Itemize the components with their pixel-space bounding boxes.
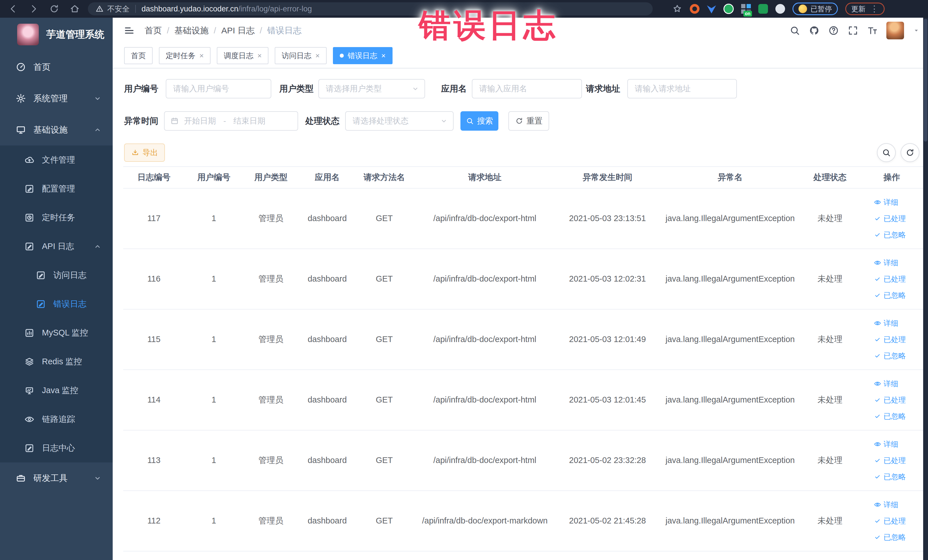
action-ignored-link[interactable]: 已忽略 [874, 230, 926, 240]
browser-reload-icon[interactable] [49, 4, 60, 14]
breadcrumb-item[interactable]: API 日志 [221, 25, 255, 37]
search-button[interactable]: 搜索 [461, 111, 498, 131]
sidebar-item-system[interactable]: 系统管理 [0, 83, 113, 114]
user-type-select[interactable]: 请选择用户类型 [318, 79, 425, 98]
cell-method: GET [356, 455, 413, 466]
scrollbar-thumb[interactable] [924, 19, 927, 142]
close-tab-icon[interactable]: × [315, 52, 319, 60]
sidebar-item-job[interactable]: 定时任务 [0, 203, 113, 232]
user-id-input[interactable] [166, 79, 271, 98]
help-icon[interactable] [828, 25, 839, 36]
close-tab-icon[interactable]: × [199, 52, 204, 60]
user-id-field[interactable] [166, 84, 271, 93]
cell-exception: java.lang.IllegalArgumentException [658, 516, 802, 526]
request-url-field[interactable] [628, 84, 736, 93]
user-menu-caret-icon[interactable] [913, 27, 920, 34]
refresh-table-button[interactable] [901, 143, 919, 162]
sidebar-item-java[interactable]: Java 监控 [0, 376, 113, 405]
not-secure-icon [95, 5, 104, 13]
address-bar[interactable]: 不安全 dashboard.yudao.iocoder.cn/infra/log… [88, 2, 653, 15]
sidebar-item-home[interactable]: 首页 [0, 51, 113, 83]
app-name-input[interactable] [472, 79, 582, 98]
search-button-icon [466, 117, 474, 125]
update-button[interactable]: 更新 ⋮ [845, 3, 885, 15]
browser-menu-icon[interactable]: ⋮ [870, 5, 879, 13]
action-ignored-link[interactable]: 已忽略 [874, 290, 926, 301]
tab-home[interactable]: 首页 [124, 47, 153, 64]
end-date-placeholder[interactable]: 结束日期 [234, 116, 265, 127]
action-detail-link[interactable]: 详细 [874, 500, 926, 510]
fullscreen-icon[interactable] [847, 25, 858, 36]
bookmark-star-icon[interactable] [672, 4, 682, 14]
extension-puzzle-icon[interactable] [758, 4, 768, 14]
action-processed-link[interactable]: 已处理 [874, 214, 926, 224]
action-ignored-link[interactable]: 已忽略 [874, 411, 926, 421]
sidebar-item-file[interactable]: 文件管理 [0, 145, 113, 174]
check-icon [874, 534, 881, 541]
action-ignored-link[interactable]: 已忽略 [874, 472, 926, 482]
breadcrumb-item[interactable]: 首页 [145, 25, 162, 37]
action-detail-link[interactable]: 详细 [874, 197, 926, 208]
browser-forward-icon[interactable] [29, 4, 39, 14]
action-detail-link[interactable]: 详细 [874, 258, 926, 268]
app-name-field[interactable] [472, 84, 582, 93]
action-detail-link[interactable]: 详细 [874, 439, 926, 449]
check-icon [874, 231, 881, 238]
page-scrollbar[interactable] [923, 18, 928, 560]
browser-back-icon[interactable] [8, 4, 18, 14]
column-header: 请求方法名 [356, 172, 413, 183]
sidebar-item-tracer[interactable]: 链路追踪 [0, 405, 113, 433]
extension-orange-icon[interactable] [690, 4, 699, 14]
sidebar-item-mysql[interactable]: MySQL 监控 [0, 318, 113, 347]
action-detail-link[interactable]: 详细 [874, 379, 926, 389]
tab-job[interactable]: 定时任务× [159, 47, 211, 64]
breadcrumb-item[interactable]: 基础设施 [174, 25, 209, 37]
paused-badge[interactable]: 已暂停 [792, 3, 838, 15]
app-logo[interactable]: 芋道管理系统 [0, 18, 113, 51]
collapse-sidebar-icon[interactable] [124, 25, 135, 36]
action-ignored-link[interactable]: 已忽略 [874, 533, 926, 542]
tags-view: 首页定时任务×调度日志×访问日志×错误日志× [113, 43, 928, 69]
browser-home-icon[interactable] [70, 4, 80, 14]
search-icon[interactable] [789, 25, 800, 36]
eye-icon [874, 319, 881, 327]
action-processed-link[interactable]: 已处理 [874, 456, 926, 465]
extension-blue-icon[interactable] [707, 4, 716, 14]
sidebar-item-dev-tool[interactable]: 研发工具 [0, 462, 113, 494]
request-url-input[interactable] [627, 79, 737, 98]
action-ignored-link[interactable]: 已忽略 [874, 351, 926, 361]
tab-job-log[interactable]: 调度日志× [217, 47, 269, 64]
close-tab-icon[interactable]: × [257, 52, 262, 60]
sidebar-item-api-log[interactable]: API 日志 [0, 232, 113, 261]
user-avatar[interactable] [886, 22, 904, 40]
font-size-icon[interactable] [867, 25, 878, 36]
process-status-placeholder: 请选择处理状态 [346, 116, 440, 127]
sidebar-item-infra[interactable]: 基础设施 [0, 114, 113, 145]
sidebar-item-log-center[interactable]: 日志中心 [0, 433, 113, 462]
sidebar-item-label: 研发工具 [34, 472, 68, 484]
sidebar-item-redis[interactable]: Redis 监控 [0, 347, 113, 376]
sidebar-item-access-log[interactable]: 访问日志 [0, 261, 113, 290]
sidebar-item-error-log[interactable]: 错误日志 [0, 290, 113, 318]
action-processed-link[interactable]: 已处理 [874, 274, 926, 284]
extensions-menu-icon[interactable] [775, 4, 785, 14]
reset-button[interactable]: 重置 [508, 111, 549, 131]
action-processed-link[interactable]: 已处理 [874, 516, 926, 526]
sidebar-item-config[interactable]: 配置管理 [0, 174, 113, 203]
extension-grid-icon[interactable]: on [741, 4, 751, 14]
close-tab-icon[interactable]: × [382, 52, 386, 60]
github-icon[interactable] [809, 25, 820, 36]
process-status-select[interactable]: 请选择处理状态 [345, 111, 453, 131]
tab-access-log[interactable]: 访问日志× [275, 47, 327, 64]
cell-id: 114 [123, 395, 185, 405]
export-button[interactable]: 导出 [124, 143, 165, 162]
start-date-placeholder[interactable]: 开始日期 [184, 116, 216, 127]
tab-error-log[interactable]: 错误日志× [333, 47, 392, 64]
extension-green-check-icon[interactable] [723, 4, 734, 14]
action-processed-link[interactable]: 已处理 [874, 335, 926, 345]
date-range-picker[interactable]: 开始日期 - 结束日期 [164, 111, 298, 131]
action-processed-link[interactable]: 已处理 [874, 395, 926, 405]
toggle-search-button[interactable] [877, 143, 896, 162]
cell-app: dashboard [299, 334, 356, 345]
action-detail-link[interactable]: 详细 [874, 318, 926, 328]
